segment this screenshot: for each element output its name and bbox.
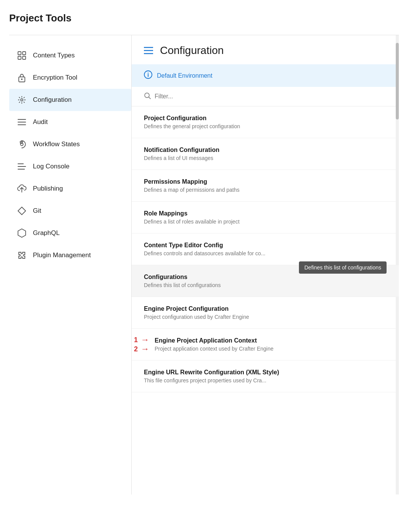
config-item-permissions-mapping[interactable]: Permissions Mapping Defines a map of per… [132, 170, 399, 202]
config-list: Project Configuration Defines the genera… [132, 106, 399, 392]
sidebar-item-label: Publishing [33, 185, 63, 193]
main-content: Configuration Default Environment [132, 35, 399, 494]
grid-icon [17, 51, 27, 60]
env-banner: Default Environment [132, 64, 399, 87]
svg-point-22 [145, 93, 149, 98]
arrow-right-icon-1: → [141, 336, 149, 344]
sidebar-item-label: Configuration [33, 96, 72, 104]
filter-input[interactable] [155, 93, 387, 100]
sidebar-item-log-console[interactable]: Log Console [9, 155, 131, 178]
svg-rect-1 [23, 52, 26, 55]
config-item-title: Engine URL Rewrite Configuration (XML St… [144, 369, 387, 376]
svg-marker-15 [18, 229, 26, 237]
sidebar-item-label: GraphQL [33, 229, 60, 237]
svg-rect-3 [23, 56, 26, 59]
page-title: Project Tools [9, 12, 399, 24]
sidebar-item-label: Audit [33, 118, 48, 126]
config-item-configurations[interactable]: Configurations Defines this list of conf… [132, 265, 399, 297]
list-icon [17, 117, 27, 127]
config-item-desc: Defines a list of UI messages [144, 155, 387, 161]
config-item-title: Configurations [144, 274, 387, 281]
cloud-upload-icon [17, 184, 27, 194]
config-item-title: Notification Configuration [144, 147, 387, 153]
sidebar-item-label: Content Types [33, 52, 75, 59]
sidebar-item-plugin-management[interactable]: Plugin Management [9, 244, 131, 266]
sidebar-item-git[interactable]: Git [9, 200, 131, 222]
info-icon [144, 70, 152, 81]
puzzle-icon [17, 250, 27, 260]
config-item-title: Content Type Editor Config [144, 242, 387, 249]
config-item-desc: Defines a list of roles available in pro… [144, 219, 387, 225]
sidebar-item-label: Encryption Tool [33, 74, 77, 82]
config-item-role-mappings[interactable]: Role Mappings Defines a list of roles av… [132, 202, 399, 233]
hexagon-icon [17, 228, 27, 238]
svg-line-23 [149, 97, 150, 99]
config-item-notification-configuration[interactable]: Notification Configuration Defines a lis… [132, 138, 399, 170]
filter-row [132, 87, 399, 106]
sidebar-item-graphql[interactable]: GraphQL [9, 222, 131, 244]
config-item-title: Permissions Mapping [144, 178, 387, 185]
sidebar-item-audit[interactable]: Audit [9, 111, 131, 133]
tooltip: Defines this list of configurations [299, 261, 387, 274]
config-item-content-type-editor[interactable]: Content Type Editor Config Defines contr… [132, 233, 399, 265]
sidebar-item-content-types[interactable]: Content Types [9, 44, 131, 67]
sidebar-item-publishing[interactable]: Publishing [9, 178, 131, 200]
config-item-desc: Defines this list of configurations [144, 282, 387, 288]
annotation-number-1: 1 [134, 336, 139, 344]
svg-rect-2 [18, 56, 21, 59]
annotation-number-2: 2 [134, 345, 139, 353]
config-item-project-configuration[interactable]: Project Configuration Defines the genera… [132, 106, 399, 138]
search-icon [144, 92, 151, 101]
lines-icon [17, 162, 27, 171]
hamburger-icon[interactable] [144, 47, 153, 54]
svg-point-5 [21, 78, 23, 80]
sidebar: Content Types Encryption Tool [9, 35, 132, 494]
diamond-icon [17, 206, 27, 216]
arrow-right-icon-2: → [141, 345, 149, 353]
env-banner-label: Default Environment [157, 72, 212, 79]
sidebar-item-configuration[interactable]: Configuration [9, 89, 131, 111]
config-item-title: Project Configuration [144, 115, 387, 122]
config-item-desc: Defines the general project configuratio… [144, 123, 387, 129]
sidebar-item-label: Log Console [33, 163, 69, 170]
gear-icon [17, 139, 27, 149]
content-header: Configuration [132, 44, 399, 64]
settings-icon [17, 95, 27, 105]
config-item-desc: Project application context used by Craf… [155, 346, 387, 352]
sidebar-item-encryption-tool[interactable]: Encryption Tool [9, 67, 131, 89]
sidebar-item-label: Plugin Management [33, 251, 91, 259]
page-section-title: Configuration [160, 44, 224, 57]
config-item-title: Engine Project Application Context [155, 337, 387, 344]
config-item-engine-url-rewrite[interactable]: Engine URL Rewrite Configuration (XML St… [132, 361, 399, 392]
config-item-desc: Defines controls and datasources availab… [144, 250, 387, 256]
sidebar-item-label: Workflow States [33, 140, 80, 148]
config-item-desc: This file configures project properties … [144, 377, 387, 383]
svg-point-6 [21, 99, 23, 101]
config-item-engine-project-app-context[interactable]: 1 → 2 → Engine Project Application Conte… [132, 329, 399, 361]
svg-rect-0 [18, 52, 21, 55]
config-item-desc: Defines a map of permissions and paths [144, 187, 387, 193]
svg-point-21 [148, 73, 149, 73]
config-item-title: Role Mappings [144, 210, 387, 217]
config-item-title: Engine Project Configuration [144, 305, 387, 312]
config-item-engine-project-config[interactable]: Engine Project Configuration Project con… [132, 297, 399, 329]
config-item-desc: Project configuration used by Crafter En… [144, 314, 387, 320]
sidebar-item-workflow-states[interactable]: Workflow States [9, 133, 131, 155]
lock-icon [17, 73, 27, 83]
sidebar-item-label: Git [33, 207, 41, 215]
